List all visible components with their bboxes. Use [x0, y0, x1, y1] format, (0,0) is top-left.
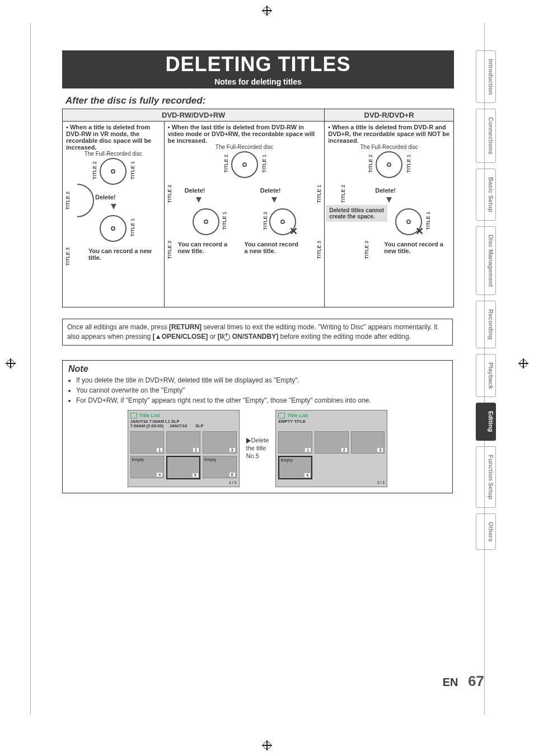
disc-label: TITLE 2 [167, 185, 172, 203]
disc-label: TITLE 3 [316, 241, 322, 259]
header-rw: DVD-RW/DVD+RW [63, 109, 325, 122]
cell-bullet: • When the last title is deleted from DV… [168, 124, 321, 144]
title-tile: 1 [130, 431, 165, 454]
text: or [208, 333, 217, 340]
grey-caption: Deleted titles cannot create the space. [326, 205, 387, 222]
registration-mark-icon [262, 6, 272, 16]
result-label: You can record a new title. [178, 241, 234, 254]
registration-mark-icon [262, 740, 272, 750]
title-list-before: Title List JAN/7/10 7:00AM L1 SLP 7:00AM… [128, 410, 240, 487]
side-tabs: IntroductionConnectionsBasic SetupDisc M… [476, 50, 496, 556]
text: before exiting the editing mode after ed… [278, 333, 411, 340]
tile-number: 2 [341, 448, 347, 452]
page-footer: EN 67 [443, 673, 484, 690]
disc-label: TITLE 1 [261, 155, 267, 173]
page-subtitle: Notes for deleting titles [62, 77, 454, 88]
disc-label: TITLE 3 [167, 241, 172, 259]
title-list-after: Title List EMPTY TITLE 123Empty4 1 / 1 [275, 410, 387, 488]
title-tile: Empty4 [278, 456, 312, 479]
title-list-row: Title List JAN/7/10 7:00AM L1 SLP 7:00AM… [68, 410, 447, 488]
empty-label: Empty [132, 458, 144, 461]
result-label: You cannot record a new title. [384, 241, 446, 254]
tile-number: 4 [157, 473, 162, 477]
arrow-down-icon [271, 197, 277, 203]
disc-label: TITLE 3 [364, 241, 369, 259]
section-tab[interactable]: Basic Setup [476, 169, 496, 221]
list-icon [130, 413, 137, 418]
standby-label: [I/ ON/STANDBY] [218, 333, 278, 340]
deletion-table: DVD-RW/DVD+RW DVD-R/DVD+R • When a title… [62, 109, 454, 307]
tl-header: Title List [130, 413, 237, 418]
page-language: EN [443, 676, 458, 688]
tile-number: 3 [229, 448, 235, 452]
disc-label: TITLE 1 [425, 212, 431, 230]
section-tab[interactable]: Recording [476, 301, 496, 348]
delete-label: Delete! [260, 187, 281, 194]
section-tab[interactable]: Others [476, 514, 496, 550]
cell-vr-mode: • When a title is deleted from DVD-RW in… [63, 122, 165, 307]
note-item: You cannot overwrite on the "Empty" [76, 386, 447, 394]
disc-label: TITLE 1 [316, 185, 322, 203]
section-tab[interactable]: Disc Management [476, 226, 496, 296]
result-label: You can record a new title. [88, 248, 156, 261]
title-tile: 2 [166, 431, 200, 454]
disc-label: TITLE 3 [65, 248, 71, 266]
disc-caption: The Full-Recorded disc [168, 144, 321, 150]
title-tile [351, 456, 385, 477]
tile-number: 1 [305, 448, 311, 452]
note-list: If you delete the title in DVD+RW, delet… [68, 376, 447, 404]
tile-number: 5 [193, 473, 198, 477]
cell-video-mode: • When the last title is deleted from DV… [164, 122, 325, 307]
disc-label: TITLE 1 [130, 218, 135, 237]
disc-caption: The Full-Recorded disc [66, 151, 161, 157]
disc-label: TITLE 1 [222, 212, 227, 230]
tl-footer: 1 / 1 [130, 480, 237, 484]
tile-grid: 123Empty4 [278, 431, 385, 479]
empty-label: Empty [204, 458, 216, 461]
disc-label: TITLE 2 [340, 185, 346, 203]
section-tab[interactable]: Editing [476, 403, 496, 440]
tile-number: 3 [377, 448, 383, 452]
return-instruction-box: Once all editings are made, press [RETUR… [62, 319, 453, 346]
title-tile: Empty4 [130, 456, 165, 478]
registration-mark-icon [6, 358, 16, 368]
delete-label: Delete! [185, 187, 205, 194]
text: Once all editings are made, press [67, 323, 169, 331]
note-item: For DVD+RW, if "Empty" appears right nex… [76, 396, 447, 404]
x-mark-icon: ✕ [415, 225, 424, 237]
arrow-down-icon [386, 197, 392, 203]
arrow-down-icon [196, 197, 202, 203]
page-title: DELETING TITLES [62, 50, 454, 77]
header-r: DVD-R/DVD+R [325, 109, 454, 122]
disc-label: TITLE 2 [65, 192, 71, 210]
title-bar: DELETING TITLES Notes for deleting title… [62, 50, 454, 88]
tile-grid: 123Empty45Empty6 [130, 431, 237, 479]
note-heading: Note [68, 364, 447, 374]
registration-mark-icon [518, 358, 528, 368]
result-label: You cannot record a new title. [245, 241, 301, 254]
tl-header: Title List [278, 413, 385, 418]
arrow-caption: Delete the title No.5 [246, 437, 269, 460]
section-heading: After the disc is fully recorded: [65, 95, 484, 106]
disc-label: TITLE 1 [130, 161, 135, 180]
empty-label: Empty [280, 458, 292, 462]
disc-caption: The Full-Recorded disc [328, 144, 450, 150]
tile-number: 2 [193, 448, 199, 452]
cell-dvd-r: • When a title is deleted from DVD-R and… [325, 122, 454, 307]
tile-number: 1 [157, 448, 162, 452]
title-tile: 3 [203, 431, 237, 454]
disc-label: TITLE 2 [223, 155, 229, 173]
title-tile: Empty6 [203, 456, 237, 478]
title-tile: 5 [166, 456, 200, 479]
cell-bullet: • When a title is deleted from DVD-RW in… [66, 124, 161, 151]
delete-label: Delete! [375, 187, 396, 194]
return-button-label: [RETURN] [169, 323, 202, 331]
x-mark-icon: ✕ [289, 225, 298, 237]
section-tab[interactable]: Introduction [476, 50, 496, 103]
section-tab[interactable]: Connections [476, 109, 496, 163]
section-tab[interactable]: Function Setup [476, 446, 496, 508]
tl-info-2: 7:00AM (2:00:00) JAN/7/10 SLP [130, 424, 237, 429]
title-tile: 2 [315, 431, 349, 454]
list-icon [278, 413, 285, 418]
section-tab[interactable]: Playback [476, 354, 496, 398]
